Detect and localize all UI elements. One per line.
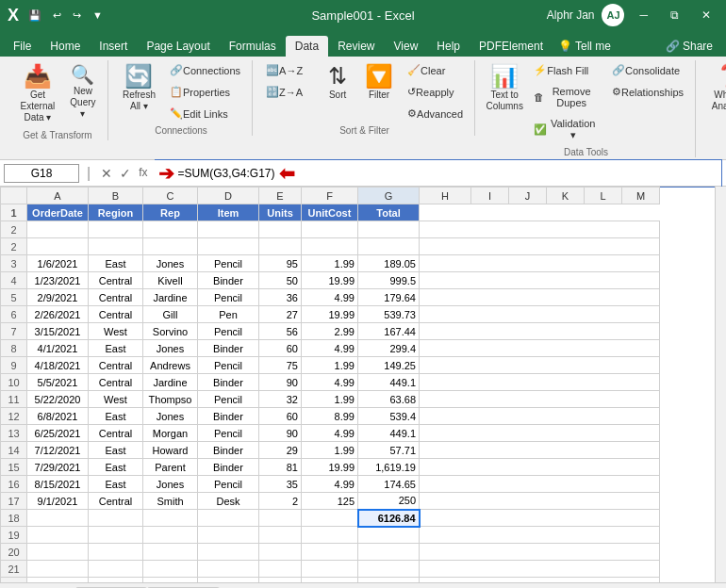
cell-C7[interactable]: Sorvino (143, 323, 198, 340)
clear-button[interactable]: 🧹 Clear (402, 60, 469, 80)
col-header-I[interactable]: I (471, 188, 509, 204)
cell-C4[interactable]: Kivell (143, 272, 198, 289)
cell-D22[interactable] (198, 578, 259, 583)
relationships-button[interactable]: ⚙ Relationships (606, 82, 689, 102)
cell-F21[interactable] (302, 561, 358, 578)
cell-E6[interactable]: 27 (259, 306, 302, 323)
cell-F17[interactable]: 125 (302, 493, 358, 510)
cell-B16[interactable]: East (89, 476, 143, 493)
cell-G22[interactable] (358, 578, 420, 583)
remove-dupes-button[interactable]: 🗑 Remove Dupes (528, 82, 604, 112)
cell-B13[interactable]: Central (89, 425, 143, 442)
cell-C21[interactable] (143, 561, 198, 578)
col-header-H[interactable]: H (420, 188, 471, 204)
sort-button[interactable]: ⇅ Sort (319, 60, 356, 105)
tab-page-layout[interactable]: Page Layout (137, 36, 219, 57)
cell-C22[interactable] (143, 578, 198, 583)
cell-A1[interactable]: OrderDate (27, 204, 89, 221)
cell-D18[interactable] (198, 510, 259, 527)
cell-C20[interactable] (143, 544, 198, 561)
cell-A7[interactable]: 3/15/2021 (27, 323, 89, 340)
cell-G2[interactable] (358, 221, 420, 238)
cell-A13[interactable]: 6/25/2021 (27, 425, 89, 442)
undo-qa-btn[interactable]: ↩ (49, 8, 65, 24)
cell-B6[interactable]: Central (89, 306, 143, 323)
cell-D4[interactable]: Binder (198, 272, 259, 289)
cell-F3[interactable]: 1.99 (302, 255, 358, 272)
cell-A12[interactable]: 6/8/2021 (27, 408, 89, 425)
cell-F15[interactable]: 19.99 (302, 459, 358, 476)
cell-E10[interactable]: 90 (259, 374, 302, 391)
cell-E5[interactable]: 36 (259, 289, 302, 306)
cell-F1[interactable]: UnitCost (302, 204, 358, 221)
cell-D7[interactable]: Pencil (198, 323, 259, 340)
col-header-E[interactable]: E (259, 188, 302, 204)
redo-qa-btn[interactable]: ↪ (69, 8, 85, 24)
cell-B22[interactable] (89, 578, 143, 583)
cell-B10[interactable]: Central (89, 374, 143, 391)
cell-A11[interactable]: 5/22/2020 (27, 391, 89, 408)
cell-A2[interactable] (27, 221, 89, 238)
cell-G16[interactable]: 174.65 (358, 476, 420, 493)
cell-E17[interactable]: 2 (259, 493, 302, 510)
cell-E15[interactable]: 81 (259, 459, 302, 476)
cell-E4[interactable]: 50 (259, 272, 302, 289)
cell-G7[interactable]: 167.44 (358, 323, 420, 340)
cell-C6[interactable]: Gill (143, 306, 198, 323)
cell-G3[interactable]: 189.05 (358, 255, 420, 272)
tab-insert[interactable]: Insert (90, 36, 137, 57)
cell-D17[interactable]: Desk (198, 493, 259, 510)
refresh-all-button[interactable]: 🔄 RefreshAll ▾ (116, 60, 162, 117)
cell-D8[interactable]: Binder (198, 340, 259, 357)
cell-D9[interactable]: Pencil (198, 357, 259, 374)
cell-C2[interactable] (143, 238, 198, 255)
cell-A9[interactable]: 4/18/2021 (27, 357, 89, 374)
cell-E7[interactable]: 56 (259, 323, 302, 340)
cell-D15[interactable]: Binder (198, 459, 259, 476)
tab-view[interactable]: View (385, 36, 428, 57)
col-header-M[interactable]: M (622, 188, 660, 204)
cancel-formula-btn[interactable]: ✕ (98, 166, 115, 181)
cell-D16[interactable]: Pencil (198, 476, 259, 493)
cell-E3[interactable]: 95 (259, 255, 302, 272)
tab-data[interactable]: Data (286, 36, 328, 57)
cell-G15[interactable]: 1,619.19 (358, 459, 420, 476)
col-header-F[interactable]: F (302, 188, 358, 204)
cell-A18[interactable] (27, 510, 89, 527)
cell-B7[interactable]: West (89, 323, 143, 340)
cell-E9[interactable]: 75 (259, 357, 302, 374)
cell-A16[interactable]: 8/15/2021 (27, 476, 89, 493)
vertical-scrollbar[interactable] (715, 187, 726, 582)
cell-G4[interactable]: 999.5 (358, 272, 420, 289)
col-header-B[interactable]: B (89, 188, 143, 204)
cell-F12[interactable]: 8.99 (302, 408, 358, 425)
cell-G5[interactable]: 179.64 (358, 289, 420, 306)
cell-B20[interactable] (89, 544, 143, 561)
cell-D10[interactable]: Binder (198, 374, 259, 391)
cell-A3[interactable]: 1/6/2021 (27, 255, 89, 272)
cell-D19[interactable] (198, 527, 259, 544)
cell-F2[interactable] (302, 238, 358, 255)
cell-B5[interactable]: Central (89, 289, 143, 306)
cell-D2[interactable] (198, 221, 259, 238)
cell-B1[interactable]: Region (89, 204, 143, 221)
cell-C17[interactable]: Smith (143, 493, 198, 510)
cell-C3[interactable]: Jones (143, 255, 198, 272)
cell-G14[interactable]: 57.71 (358, 442, 420, 459)
what-if-button[interactable]: ❓ What-IfAnalysis ▾ (703, 60, 726, 128)
tab-home[interactable]: Home (41, 36, 90, 57)
cell-C2[interactable] (143, 221, 198, 238)
cell-E1[interactable]: Units (259, 204, 302, 221)
cell-G20[interactable] (358, 544, 420, 561)
filter-button[interactable]: 🔽 Filter (358, 60, 400, 105)
cell-B2[interactable] (89, 221, 143, 238)
cell-B18[interactable] (89, 510, 143, 527)
cell-G13[interactable]: 449.1 (358, 425, 420, 442)
formula-input[interactable]: ➔ =SUM(G3,G4:G17) ⬅ (155, 159, 723, 188)
cell-E22[interactable] (259, 578, 302, 583)
cell-B4[interactable]: Central (89, 272, 143, 289)
cell-E16[interactable]: 35 (259, 476, 302, 493)
col-header-K[interactable]: K (547, 188, 585, 204)
cell-F10[interactable]: 4.99 (302, 374, 358, 391)
tab-pdfelement[interactable]: PDFElement (470, 36, 553, 57)
